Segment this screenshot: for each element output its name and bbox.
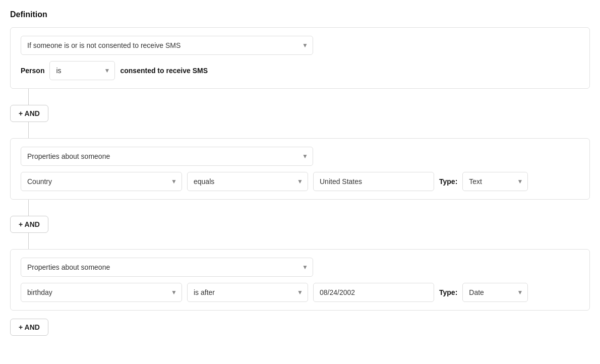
connector-line-1 — [28, 89, 29, 105]
page-title: Definition — [10, 10, 590, 19]
type-label-3: Type: — [439, 288, 457, 296]
birthday-select-wrapper: birthday Country City Email Name ▼ — [21, 283, 182, 302]
equals-select[interactable]: equals does not equal contains starts wi… — [187, 172, 308, 191]
block2-main-select[interactable]: Properties about someone — [21, 147, 313, 166]
final-and-section: + AND — [10, 319, 590, 336]
person-is-select[interactable]: is is not — [49, 61, 115, 80]
main-layout: Definition If someone is or is not conse… — [10, 10, 590, 336]
sms-condition-select[interactable]: If someone is or is not consented to rec… — [21, 36, 313, 55]
person-label: Person — [21, 67, 44, 75]
country-value-input[interactable] — [313, 172, 434, 191]
country-select[interactable]: Country City Email Name Birthday — [21, 172, 182, 191]
is-after-select[interactable]: is after is before equals is between — [187, 283, 308, 302]
person-is-select-wrapper: is is not ▼ — [49, 61, 115, 80]
block3-main-select[interactable]: Properties about someone — [21, 258, 313, 277]
block2-main-select-wrapper: Properties about someone ▼ — [21, 147, 313, 166]
and-button-2-label: + AND — [19, 220, 40, 228]
consented-text: consented to receive SMS — [120, 67, 208, 75]
and-section-1: + AND — [10, 105, 590, 122]
is-after-select-wrapper: is after is before equals is between ▼ — [187, 283, 308, 302]
type-select-wrapper-3: Date Text Number ▼ — [462, 283, 528, 302]
type-select-2[interactable]: Text Date Number — [462, 172, 528, 191]
block1-row1: If someone is or is not consented to rec… — [21, 36, 579, 55]
condition-block-3: Properties about someone ▼ birthday Coun… — [10, 249, 590, 311]
type-select-3[interactable]: Date Text Number — [462, 283, 528, 302]
block3-main-select-wrapper: Properties about someone ▼ — [21, 258, 313, 277]
birthday-select[interactable]: birthday Country City Email Name — [21, 283, 182, 302]
and-section-2: + AND — [10, 216, 590, 233]
block3-row1: Properties about someone ▼ — [21, 258, 579, 277]
and-button-1-label: + AND — [19, 109, 40, 117]
type-select-wrapper-2: Text Date Number ▼ — [462, 172, 528, 191]
type-label-2: Type: — [439, 177, 457, 186]
and-button-1[interactable]: + AND — [10, 105, 48, 122]
birthday-value-input[interactable] — [313, 283, 434, 302]
block3-filters: birthday Country City Email Name ▼ is af… — [21, 283, 579, 302]
block1-row2: Person is is not ▼ consented to receive … — [21, 61, 579, 80]
sms-condition-select-wrapper: If someone is or is not consented to rec… — [21, 36, 313, 55]
country-select-wrapper: Country City Email Name Birthday ▼ — [21, 172, 182, 191]
condition-block-1: If someone is or is not consented to rec… — [10, 27, 590, 89]
block2-filters: Country City Email Name Birthday ▼ equal… — [21, 172, 579, 191]
and-button-3[interactable]: + AND — [10, 319, 48, 336]
connector-line-3 — [28, 200, 29, 216]
and-button-3-label: + AND — [19, 323, 40, 331]
connector-line-4 — [28, 233, 29, 249]
condition-block-2: Properties about someone ▼ Country City … — [10, 138, 590, 200]
connector-line-2 — [28, 122, 29, 138]
block2-row1: Properties about someone ▼ — [21, 147, 579, 166]
equals-select-wrapper: equals does not equal contains starts wi… — [187, 172, 308, 191]
and-button-2[interactable]: + AND — [10, 216, 48, 233]
